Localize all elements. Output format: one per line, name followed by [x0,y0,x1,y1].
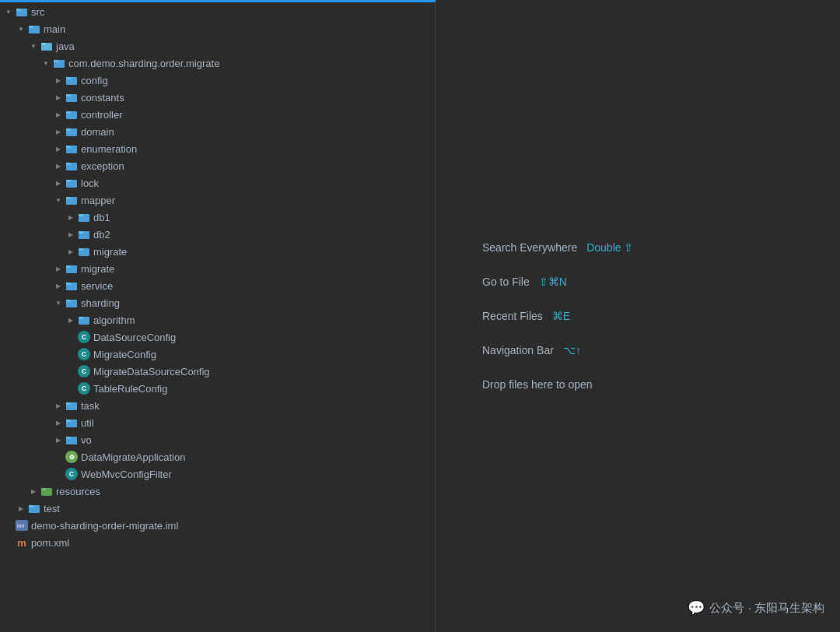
arrow-test [16,503,26,514]
tree-item-domain[interactable]: domain [0,123,435,140]
tree-item-package[interactable]: com.demo.sharding.order.migrate [0,54,435,72]
pom-icon: m [16,537,28,548]
tree-item-db1[interactable]: db1 [0,209,435,226]
tree-item-config[interactable]: config [0,72,435,89]
arrow-algorithm [65,314,76,325]
tree-item-datasourceconfig[interactable]: C DataSourceConfig [0,328,435,346]
tree-item-controller[interactable]: controller [0,106,435,123]
label-pom: pom.xml [31,537,69,549]
top-accent-bar [0,0,436,2]
tree-item-mapper-migrate[interactable]: migrate [0,243,435,260]
shortcut-key-goto: ⇧⌘N [539,276,567,288]
svg-rect-1 [16,9,21,11]
label-exception: exception [81,160,124,172]
iml-icon: iml [16,520,28,531]
label-mapper-migrate: migrate [93,246,127,258]
tree-item-db2[interactable]: db2 [0,226,435,243]
label-db2: db2 [93,229,110,241]
label-main: main [44,23,65,35]
tree-item-tableruleconfig[interactable]: C TableRuleConfig [0,380,435,397]
label-test: test [44,503,60,514]
tree-item-migratedatasourceconfig[interactable]: C MigrateDataSourceConfig [0,363,435,380]
label-service: service [81,280,113,292]
arrow-migratedatasourceconfig [65,366,76,377]
arrow-util [53,417,64,428]
tree-item-util[interactable]: util [0,414,435,431]
folder-icon-task [65,399,78,412]
watermark-text: 公众号 · 东阳马生架构 [709,601,824,616]
watermark: 💬 公众号 · 东阳马生架构 [688,599,824,616]
svg-rect-13 [66,111,71,114]
tree-item-service[interactable]: service [0,277,435,294]
arrow-resources [28,486,39,497]
label-sharding: sharding [81,297,120,309]
arrow-controller [53,109,64,120]
shortcut-row-goto: Go to File ⇧⌘N [482,276,567,288]
class-icon-datasourceconfig: C [78,331,90,343]
welcome-panel: Search Everywhere Double ⇧ Go to File ⇧⌘… [436,0,840,632]
folder-icon-main [28,23,40,35]
arrow-db2 [65,229,76,240]
arrow-task [53,400,64,411]
label-src: src [31,6,44,18]
label-algorithm: algorithm [93,314,135,326]
tree-item-sharding[interactable]: sharding [0,294,435,311]
tree-item-task[interactable]: task [0,397,435,414]
svg-rect-41 [66,420,71,422]
arrow-sharding [53,297,64,308]
tree-item-resources[interactable]: resources [0,483,435,500]
svg-rect-23 [66,197,71,199]
arrow-mapper [53,195,64,205]
tree-item-algorithm[interactable]: algorithm [0,311,435,328]
shortcut-label-recent: Recent Files [482,310,543,322]
folder-icon-migrate [65,262,78,275]
label-package: com.demo.sharding.order.migrate [68,58,219,69]
svg-rect-17 [66,146,71,148]
drop-files-row: Drop files here to open [482,378,593,391]
svg-rect-7 [54,60,58,62]
tree-item-vo[interactable]: vo [0,431,435,448]
file-tree-panel[interactable]: src main java com.demo.sharding.order.mi… [0,0,436,632]
spring-icon-datamigrate: ✿ [65,451,78,463]
folder-icon-service [65,279,78,292]
folder-icon-vo [65,434,78,446]
wechat-icon: 💬 [688,599,705,616]
tree-item-pom[interactable]: m pom.xml [0,534,435,551]
tree-item-webmvc[interactable]: C WebMvcConfigFilter [0,465,435,483]
tree-item-constants[interactable]: constants [0,89,435,106]
tree-item-migrateconfig[interactable]: C MigrateConfig [0,346,435,363]
tree-item-java[interactable]: java [0,37,435,54]
label-migrate: migrate [81,263,114,275]
svg-rect-25 [79,214,83,216]
tree-item-migrate[interactable]: migrate [0,260,435,277]
tree-item-exception[interactable]: exception [0,157,435,174]
folder-icon-exception [65,160,78,172]
shortcut-key-recent: ⌘E [552,310,570,322]
tree-item-src[interactable]: src [0,3,435,20]
shortcut-key-search: Double ⇧ [586,241,633,254]
tree-item-iml[interactable]: iml demo-sharding-order-migrate.iml [0,517,435,534]
label-migratedatasourceconfig: MigrateDataSourceConfig [93,366,210,377]
label-controller: controller [81,109,122,121]
arrow-lock [53,177,64,188]
svg-rect-31 [66,265,71,268]
shortcut-row-search: Search Everywhere Double ⇧ [482,241,633,254]
tree-item-test[interactable]: test [0,500,435,517]
label-mapper: mapper [81,195,115,206]
tree-item-datamigrate[interactable]: ✿ DataMigrateApplication [0,448,435,465]
label-resources: resources [56,486,100,497]
tree-item-enumeration[interactable]: enumeration [0,140,435,157]
arrow-main [16,23,26,34]
arrow-config [53,75,64,86]
svg-rect-47 [29,505,33,507]
folder-icon-sharding [65,297,78,309]
arrow-datamigrate [53,451,64,462]
label-tableruleconfig: TableRuleConfig [93,383,167,395]
folder-icon-constants [65,91,78,104]
tree-item-mapper[interactable]: mapper [0,191,435,209]
tree-item-main[interactable]: main [0,20,435,37]
arrow-migrateconfig [65,349,76,360]
shortcut-row-nav: Navigation Bar ⌥↑ [482,344,581,356]
tree-item-lock[interactable]: lock [0,174,435,191]
label-webmvc: WebMvcConfigFilter [81,469,172,480]
